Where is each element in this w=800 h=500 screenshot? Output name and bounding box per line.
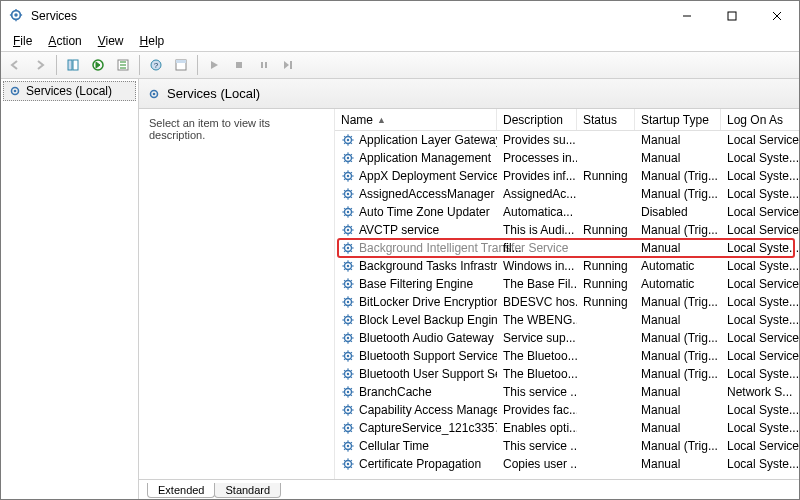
help-button[interactable]: ? xyxy=(144,53,168,77)
service-row[interactable]: Capability Access Manager ...Provides fa… xyxy=(335,401,799,419)
svg-line-213 xyxy=(351,467,352,468)
svg-line-133 xyxy=(351,323,352,324)
service-row[interactable]: BranchCacheThis service ...ManualNetwork… xyxy=(335,383,799,401)
svg-line-183 xyxy=(351,413,352,414)
service-row[interactable]: CaptureService_121c3357Enables opti...Ma… xyxy=(335,419,799,437)
service-row[interactable]: Background Intelligent Transfer Servicef… xyxy=(335,239,799,257)
service-row[interactable]: Certificate PropagationCopies user ...Ma… xyxy=(335,455,799,473)
gear-icon xyxy=(341,313,355,327)
service-desc-cell: Service sup... xyxy=(497,330,577,346)
pause-service-button[interactable] xyxy=(252,53,276,77)
minimize-button[interactable] xyxy=(664,1,709,31)
gear-icon xyxy=(341,439,355,453)
menu-action[interactable]: Action xyxy=(40,32,89,50)
tree-item-services-local[interactable]: Services (Local) xyxy=(3,81,136,101)
svg-line-113 xyxy=(351,287,352,288)
svg-line-212 xyxy=(344,460,345,461)
svg-point-67 xyxy=(347,211,349,213)
close-button[interactable] xyxy=(754,1,799,31)
svg-point-167 xyxy=(347,391,349,393)
service-startup-cell: Manual (Trig... xyxy=(635,330,721,346)
description-pane: Select an item to view its description. xyxy=(139,109,334,479)
svg-rect-20 xyxy=(265,62,267,68)
service-row[interactable]: AVCTP serviceThis is Audi...RunningManua… xyxy=(335,221,799,239)
svg-point-127 xyxy=(347,319,349,321)
service-name-cell: Bluetooth Audio Gateway S... xyxy=(335,330,497,346)
svg-line-32 xyxy=(344,136,345,137)
column-status[interactable]: Status xyxy=(577,109,635,130)
refresh-button[interactable] xyxy=(111,53,135,77)
svg-line-94 xyxy=(351,244,352,245)
start-service-button[interactable] xyxy=(202,53,226,77)
tab-standard[interactable]: Standard xyxy=(214,483,281,498)
service-row[interactable]: Application ManagementProcesses in...Man… xyxy=(335,149,799,167)
service-row[interactable]: Bluetooth User Support Ser...The Bluetoo… xyxy=(335,365,799,383)
service-status-cell xyxy=(577,211,635,213)
column-headers: Name▲ Description Status Startup Type Lo… xyxy=(335,109,799,131)
service-startup-cell: Manual (Trig... xyxy=(635,186,721,202)
svg-line-165 xyxy=(344,377,345,378)
back-button[interactable] xyxy=(3,53,27,77)
gear-icon xyxy=(341,403,355,417)
service-startup-cell: Manual xyxy=(635,456,721,472)
menu-help[interactable]: Help xyxy=(132,32,173,50)
svg-line-192 xyxy=(344,424,345,425)
column-name[interactable]: Name▲ xyxy=(335,109,497,130)
service-logon-cell: Local Syste... xyxy=(721,294,799,310)
svg-line-155 xyxy=(344,359,345,360)
column-description[interactable]: Description xyxy=(497,109,577,130)
svg-rect-18 xyxy=(236,62,242,68)
column-log-on-as[interactable]: Log On As xyxy=(721,109,799,130)
export-list-button[interactable] xyxy=(86,53,110,77)
service-row[interactable]: Bluetooth Audio Gateway S...Service sup.… xyxy=(335,329,799,347)
sort-asc-icon: ▲ xyxy=(377,115,386,125)
svg-line-45 xyxy=(344,161,345,162)
svg-line-85 xyxy=(344,233,345,234)
service-row[interactable]: Bluetooth Support ServiceThe Bluetoo...M… xyxy=(335,347,799,365)
svg-line-115 xyxy=(344,287,345,288)
service-logon-cell: Local Syste... xyxy=(721,168,799,184)
menu-view[interactable]: View xyxy=(90,32,132,50)
svg-line-193 xyxy=(351,431,352,432)
service-logon-cell: Local Service xyxy=(721,348,799,364)
service-row[interactable]: Application Layer Gateway ...Provides su… xyxy=(335,131,799,149)
svg-line-74 xyxy=(351,208,352,209)
svg-line-53 xyxy=(351,179,352,180)
service-row[interactable]: Base Filtering EngineThe Base Fil...Runn… xyxy=(335,275,799,293)
svg-line-34 xyxy=(351,136,352,137)
service-status-cell xyxy=(577,445,635,447)
service-row[interactable]: Block Level Backup Engine ...The WBENG..… xyxy=(335,311,799,329)
restart-service-button[interactable] xyxy=(277,53,301,77)
service-status-cell: Running xyxy=(577,294,635,310)
svg-line-132 xyxy=(344,316,345,317)
service-row[interactable]: AssignedAccessManager Se...AssignedAc...… xyxy=(335,185,799,203)
svg-point-23 xyxy=(14,90,17,93)
service-row[interactable]: Auto Time Zone UpdaterAutomatica...Disab… xyxy=(335,203,799,221)
svg-line-103 xyxy=(351,269,352,270)
svg-line-154 xyxy=(351,352,352,353)
service-row[interactable]: Background Tasks Infrastruc...Windows in… xyxy=(335,257,799,275)
menu-file[interactable]: File xyxy=(5,32,40,50)
service-desc-cell: BDESVC hos... xyxy=(497,294,577,310)
svg-line-114 xyxy=(351,280,352,281)
service-row[interactable]: AppX Deployment Service (...Provides inf… xyxy=(335,167,799,185)
service-row[interactable]: BitLocker Drive Encryption ...BDESVC hos… xyxy=(335,293,799,311)
maximize-button[interactable] xyxy=(709,1,754,31)
tab-extended[interactable]: Extended xyxy=(147,483,215,498)
stop-service-button[interactable] xyxy=(227,53,251,77)
service-status-cell: Running xyxy=(577,168,635,184)
svg-rect-7 xyxy=(728,12,736,20)
forward-button[interactable] xyxy=(28,53,52,77)
column-startup-type[interactable]: Startup Type xyxy=(635,109,721,130)
show-hide-tree-button[interactable] xyxy=(61,53,85,77)
svg-point-27 xyxy=(347,139,349,141)
service-logon-cell: Local Syste... xyxy=(721,456,799,472)
svg-rect-11 xyxy=(73,60,78,70)
svg-line-143 xyxy=(351,341,352,342)
service-logon-cell: Local Syste... xyxy=(721,312,799,328)
service-desc-cell: This service ... xyxy=(497,438,577,454)
service-row[interactable]: Cellular TimeThis service ...Manual (Tri… xyxy=(335,437,799,455)
service-logon-cell: Local Syste... xyxy=(721,420,799,436)
service-logon-cell: Local Syste... xyxy=(721,258,799,274)
properties-button[interactable] xyxy=(169,53,193,77)
